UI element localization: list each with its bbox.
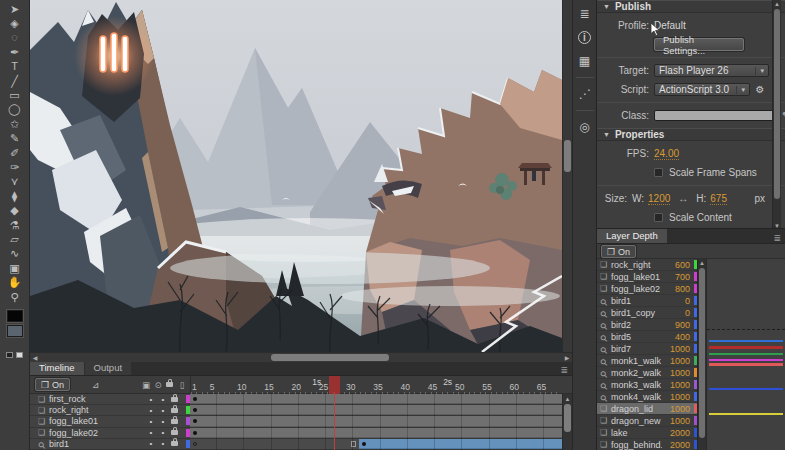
width-tool-icon[interactable]: ∿ (3, 247, 27, 261)
layer-depth-value[interactable]: 600 (662, 260, 690, 270)
stroke-color-swatch[interactable] (7, 310, 23, 322)
layer-toggle-dot[interactable]: • (157, 417, 169, 426)
scale-content-checkbox[interactable] (654, 213, 663, 222)
frame-span[interactable] (190, 405, 572, 415)
timeline-frames-row[interactable] (190, 394, 572, 404)
layer-toggle-dot[interactable]: • (145, 439, 157, 448)
timeline-scroll-thumb[interactable] (564, 404, 571, 432)
layer-depth-scroll-thumb[interactable] (699, 268, 705, 438)
frame-span[interactable] (190, 394, 572, 404)
timeline-vertical-scrollbar[interactable]: ▲ (562, 394, 572, 450)
tab-timeline[interactable]: Timeline (30, 362, 84, 375)
timeline-panel-menu-icon[interactable]: ≣ (560, 365, 568, 375)
layer-toggle-dot[interactable]: • (145, 417, 157, 426)
keyframe-dot[interactable] (193, 408, 197, 412)
layer-depth-row[interactable]: ❏fogg_lake02800 (597, 283, 697, 295)
timeline-layer-row[interactable]: ❏first_rock•• (30, 394, 572, 405)
layer-depth-row[interactable]: ⚲monk2_walk1000 (597, 367, 697, 379)
layer-toggle-dot[interactable]: • (145, 406, 157, 415)
class-input[interactable] (654, 110, 779, 121)
visibility-column-icon[interactable]: ⊙ (152, 380, 164, 390)
frame-span[interactable] (190, 428, 572, 438)
layer-depth-row[interactable]: ⚲monk1_walk1000 (597, 355, 697, 367)
camera-tool-icon[interactable]: ▣ (3, 261, 27, 275)
cc-libraries-panel-icon[interactable]: ◎ (575, 117, 595, 137)
timeline-frames-row[interactable] (190, 416, 572, 426)
layer-toggle-dot[interactable]: • (157, 439, 169, 448)
rectangle-tool-icon[interactable]: ▭ (3, 88, 27, 102)
layer-depth-toggle-button[interactable]: ❐ On (35, 378, 70, 391)
layer-depth-panel-menu-icon[interactable]: ≣ (773, 233, 781, 243)
scroll-left-icon[interactable]: ◀ (30, 353, 40, 363)
layer-depth-value[interactable]: 2000 (662, 428, 690, 438)
keyframe-dot[interactable] (193, 397, 197, 401)
layer-toggle-dot[interactable]: • (145, 428, 157, 437)
layer-depth-row[interactable]: ❏fogg_behind...2000 (597, 439, 697, 450)
stage-vertical-scroll-thumb[interactable] (564, 140, 571, 172)
eraser-tool-icon[interactable]: ▱ (3, 232, 27, 246)
keyframe-dot[interactable] (193, 431, 197, 435)
paint-bucket-tool-icon[interactable]: ◆ (3, 203, 27, 217)
link-dimensions-icon[interactable]: ↔ (678, 193, 688, 204)
wrench-icon[interactable]: ⚙ (753, 84, 767, 95)
oval-tool-icon[interactable]: ◯ (3, 103, 27, 117)
layer-depth-value[interactable]: 2000 (662, 440, 690, 450)
layer-depth-row[interactable]: ⚲monk4_walk1000 (597, 391, 697, 403)
layer-depth-row[interactable]: ⚲bird10 (597, 295, 697, 307)
tab-layer-depth[interactable]: Layer Depth (597, 229, 667, 243)
keyframe-dot[interactable] (193, 419, 197, 423)
scroll-up-icon[interactable]: ▲ (563, 394, 572, 403)
layer-depth-value[interactable]: 900 (662, 320, 690, 330)
zoom-tool-icon[interactable]: ⚲ (3, 290, 27, 304)
layer-depth-row[interactable]: ⚲bird71000 (597, 343, 697, 355)
pen-tool-icon[interactable]: ✒ (3, 45, 27, 59)
info-panel-icon[interactable]: i (578, 31, 591, 44)
layer-depth-row[interactable]: ⚲monk3_walk1000 (597, 379, 697, 391)
layer-depth-row[interactable]: ❏fogg_lake01700 (597, 271, 697, 283)
target-dropdown[interactable]: Flash Player 26 ▾ (654, 64, 769, 77)
bone-tool-icon[interactable]: ⋎ (3, 175, 27, 189)
timeline-layer-row[interactable]: ❏fogg_lake02•• (30, 428, 572, 439)
properties-section-header[interactable]: ▼ Properties (597, 128, 785, 141)
layer-depth-row[interactable]: ❏rock_right600 (597, 259, 697, 271)
layer-depth-on-button[interactable]: ❐ On (601, 245, 636, 258)
lock-icon[interactable] (171, 419, 178, 424)
text-tool-icon[interactable]: T (3, 60, 27, 74)
layer-depth-value[interactable]: 1000 (662, 356, 690, 366)
onion-skin-icon[interactable]: ⊿ (92, 380, 100, 390)
camera-column-icon[interactable]: ▣ (140, 380, 152, 390)
keyframe-dot[interactable] (362, 442, 366, 446)
empty-keyframe[interactable] (193, 442, 197, 446)
layer-toggle-dot[interactable]: • (157, 395, 169, 404)
layer-depth-row[interactable]: ⚲bird5400 (597, 331, 697, 343)
layer-depth-value[interactable]: 800 (662, 284, 690, 294)
scroll-right-icon[interactable]: ▶ (562, 353, 572, 363)
layer-depth-value[interactable]: 0 (662, 296, 690, 306)
lock-icon[interactable] (171, 441, 178, 446)
stage-horizontal-scroll-thumb[interactable] (271, 354, 389, 361)
layer-depth-value[interactable]: 1000 (662, 404, 690, 414)
lock-icon[interactable] (171, 430, 178, 435)
paint-brush-tool-icon[interactable]: ✑ (3, 160, 27, 174)
layer-depth-value[interactable]: 1000 (662, 380, 690, 390)
lasso-tool-icon[interactable]: ◌ (3, 31, 27, 45)
stage-canvas[interactable] (30, 0, 562, 352)
layer-depth-row[interactable]: ❏dragon_new1000 (597, 415, 697, 427)
default-colors-icon[interactable] (6, 352, 13, 358)
selection-tool-icon[interactable]: ➤ (3, 2, 27, 16)
outline-column-icon[interactable]: ▯ (176, 380, 188, 390)
publish-section-header[interactable]: ▼ Publish (597, 0, 785, 13)
timeline-layer-row[interactable]: ❏fogg_lake01•• (30, 416, 572, 427)
align-panel-icon[interactable]: ≣ (575, 4, 595, 24)
layer-depth-value[interactable]: 1000 (662, 344, 690, 354)
timeline-frames-row[interactable] (190, 405, 572, 415)
depth-graph[interactable] (706, 259, 785, 450)
layer-depth-row[interactable]: ⚲bird2900 (597, 319, 697, 331)
layer-depth-value[interactable]: 1000 (662, 416, 690, 426)
layer-depth-row[interactable]: ❏lake2000 (597, 427, 697, 439)
layer-toggle-dot[interactable]: • (145, 395, 157, 404)
layer-toggle-dot[interactable]: • (157, 406, 169, 415)
timeline-layer-row[interactable]: ❏rock_right•• (30, 405, 572, 416)
script-dropdown[interactable]: ActionScript 3.0 ▾ (654, 83, 750, 96)
layer-depth-row[interactable]: ❏dragon_lid1000 (597, 403, 697, 415)
